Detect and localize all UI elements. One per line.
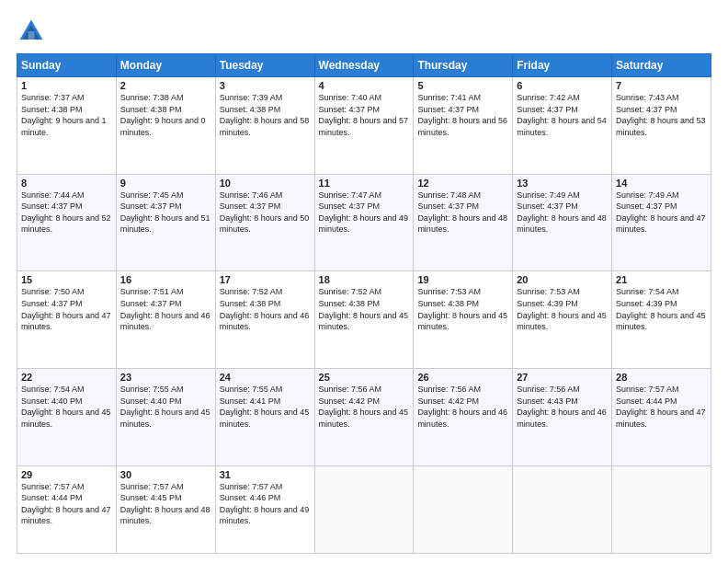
day-info: Sunrise: 7:57 AMSunset: 4:46 PMDaylight:… (220, 481, 311, 527)
day-number: 21 (616, 274, 707, 285)
calendar-cell (414, 465, 513, 553)
calendar-header-wednesday: Wednesday (314, 54, 414, 77)
day-info: Sunrise: 7:57 AMSunset: 4:45 PMDaylight:… (120, 481, 211, 527)
day-info: Sunrise: 7:54 AMSunset: 4:39 PMDaylight:… (616, 286, 707, 332)
calendar-cell: 11Sunrise: 7:47 AMSunset: 4:37 PMDayligh… (314, 174, 414, 271)
calendar-header-saturday: Saturday (612, 54, 711, 77)
calendar-header-tuesday: Tuesday (215, 54, 314, 77)
calendar-header-sunday: Sunday (17, 54, 117, 77)
calendar-cell: 9Sunrise: 7:45 AMSunset: 4:37 PMDaylight… (116, 174, 215, 271)
calendar-cell: 4Sunrise: 7:40 AMSunset: 4:37 PMDaylight… (314, 77, 414, 175)
svg-rect-2 (28, 31, 34, 40)
calendar-cell: 1Sunrise: 7:37 AMSunset: 4:38 PMDaylight… (17, 77, 117, 175)
day-info: Sunrise: 7:43 AMSunset: 4:37 PMDaylight:… (616, 92, 707, 138)
day-number: 2 (120, 80, 211, 91)
calendar-week-1: 1Sunrise: 7:37 AMSunset: 4:38 PMDaylight… (17, 77, 711, 175)
calendar-cell: 17Sunrise: 7:52 AMSunset: 4:38 PMDayligh… (215, 271, 314, 369)
day-info: Sunrise: 7:46 AMSunset: 4:37 PMDaylight:… (220, 190, 311, 236)
calendar-cell: 2Sunrise: 7:38 AMSunset: 4:38 PMDaylight… (116, 77, 215, 175)
calendar-cell: 21Sunrise: 7:54 AMSunset: 4:39 PMDayligh… (612, 271, 711, 369)
day-number: 19 (417, 274, 508, 285)
day-number: 7 (616, 80, 707, 91)
day-number: 31 (220, 469, 311, 480)
calendar-cell: 12Sunrise: 7:48 AMSunset: 4:37 PMDayligh… (414, 174, 513, 271)
day-info: Sunrise: 7:49 AMSunset: 4:37 PMDaylight:… (616, 190, 707, 236)
day-number: 15 (21, 274, 112, 285)
day-number: 6 (517, 80, 608, 91)
calendar-cell: 7Sunrise: 7:43 AMSunset: 4:37 PMDaylight… (612, 77, 711, 175)
day-number: 4 (319, 80, 410, 91)
calendar-cell: 19Sunrise: 7:53 AMSunset: 4:38 PMDayligh… (414, 271, 513, 369)
calendar-page: SundayMondayTuesdayWednesdayThursdayFrid… (0, 0, 728, 563)
calendar-cell: 24Sunrise: 7:55 AMSunset: 4:41 PMDayligh… (215, 368, 314, 465)
calendar-cell: 15Sunrise: 7:50 AMSunset: 4:37 PMDayligh… (17, 271, 117, 369)
calendar-cell: 30Sunrise: 7:57 AMSunset: 4:45 PMDayligh… (116, 465, 215, 553)
day-info: Sunrise: 7:47 AMSunset: 4:37 PMDaylight:… (319, 190, 410, 236)
day-number: 27 (517, 372, 608, 383)
day-info: Sunrise: 7:55 AMSunset: 4:41 PMDaylight:… (220, 384, 311, 430)
calendar-cell: 13Sunrise: 7:49 AMSunset: 4:37 PMDayligh… (513, 174, 612, 271)
calendar-week-4: 22Sunrise: 7:54 AMSunset: 4:40 PMDayligh… (17, 368, 711, 465)
day-number: 26 (417, 372, 508, 383)
day-info: Sunrise: 7:56 AMSunset: 4:42 PMDaylight:… (319, 384, 410, 430)
calendar-cell: 6Sunrise: 7:42 AMSunset: 4:37 PMDaylight… (513, 77, 612, 175)
calendar-table: SundayMondayTuesdayWednesdayThursdayFrid… (17, 53, 711, 554)
calendar-cell: 16Sunrise: 7:51 AMSunset: 4:37 PMDayligh… (116, 271, 215, 369)
calendar-cell: 31Sunrise: 7:57 AMSunset: 4:46 PMDayligh… (215, 465, 314, 553)
day-number: 18 (319, 274, 410, 285)
calendar-week-2: 8Sunrise: 7:44 AMSunset: 4:37 PMDaylight… (17, 174, 711, 271)
calendar-cell: 29Sunrise: 7:57 AMSunset: 4:44 PMDayligh… (17, 465, 117, 553)
calendar-cell: 23Sunrise: 7:55 AMSunset: 4:40 PMDayligh… (116, 368, 215, 465)
day-info: Sunrise: 7:57 AMSunset: 4:44 PMDaylight:… (616, 384, 707, 430)
day-number: 8 (21, 178, 112, 189)
day-info: Sunrise: 7:50 AMSunset: 4:37 PMDaylight:… (21, 286, 112, 332)
calendar-cell: 18Sunrise: 7:52 AMSunset: 4:38 PMDayligh… (314, 271, 414, 369)
day-number: 12 (417, 178, 508, 189)
day-info: Sunrise: 7:39 AMSunset: 4:38 PMDaylight:… (220, 92, 311, 138)
day-info: Sunrise: 7:54 AMSunset: 4:40 PMDaylight:… (21, 384, 112, 430)
day-info: Sunrise: 7:52 AMSunset: 4:38 PMDaylight:… (319, 286, 410, 332)
calendar-cell (314, 465, 414, 553)
day-number: 24 (220, 372, 311, 383)
day-info: Sunrise: 7:42 AMSunset: 4:37 PMDaylight:… (517, 92, 608, 138)
day-info: Sunrise: 7:40 AMSunset: 4:37 PMDaylight:… (319, 92, 410, 138)
day-number: 11 (319, 178, 410, 189)
day-info: Sunrise: 7:56 AMSunset: 4:42 PMDaylight:… (417, 384, 508, 430)
day-number: 22 (21, 372, 112, 383)
calendar-cell: 3Sunrise: 7:39 AMSunset: 4:38 PMDaylight… (215, 77, 314, 175)
calendar-week-5: 29Sunrise: 7:57 AMSunset: 4:44 PMDayligh… (17, 465, 711, 553)
calendar-cell (612, 465, 711, 553)
calendar-header-thursday: Thursday (414, 54, 513, 77)
calendar-header-friday: Friday (513, 54, 612, 77)
day-number: 9 (120, 178, 211, 189)
day-info: Sunrise: 7:52 AMSunset: 4:38 PMDaylight:… (220, 286, 311, 332)
day-number: 16 (120, 274, 211, 285)
day-number: 17 (220, 274, 311, 285)
calendar-cell: 10Sunrise: 7:46 AMSunset: 4:37 PMDayligh… (215, 174, 314, 271)
day-number: 20 (517, 274, 608, 285)
day-info: Sunrise: 7:57 AMSunset: 4:44 PMDaylight:… (21, 481, 112, 527)
calendar-cell: 5Sunrise: 7:41 AMSunset: 4:37 PMDaylight… (414, 77, 513, 175)
calendar-header-monday: Monday (116, 54, 215, 77)
day-number: 1 (21, 80, 112, 91)
calendar-cell: 26Sunrise: 7:56 AMSunset: 4:42 PMDayligh… (414, 368, 513, 465)
calendar-cell: 14Sunrise: 7:49 AMSunset: 4:37 PMDayligh… (612, 174, 711, 271)
calendar-cell: 27Sunrise: 7:56 AMSunset: 4:43 PMDayligh… (513, 368, 612, 465)
calendar-week-3: 15Sunrise: 7:50 AMSunset: 4:37 PMDayligh… (17, 271, 711, 369)
day-number: 3 (220, 80, 311, 91)
day-info: Sunrise: 7:48 AMSunset: 4:37 PMDaylight:… (417, 190, 508, 236)
day-info: Sunrise: 7:37 AMSunset: 4:38 PMDaylight:… (21, 92, 112, 138)
day-info: Sunrise: 7:38 AMSunset: 4:38 PMDaylight:… (120, 92, 211, 138)
calendar-cell: 25Sunrise: 7:56 AMSunset: 4:42 PMDayligh… (314, 368, 414, 465)
day-info: Sunrise: 7:55 AMSunset: 4:40 PMDaylight:… (120, 384, 211, 430)
calendar-cell: 8Sunrise: 7:44 AMSunset: 4:37 PMDaylight… (17, 174, 117, 271)
day-number: 28 (616, 372, 707, 383)
logo-icon (17, 17, 46, 46)
day-number: 23 (120, 372, 211, 383)
header (17, 17, 711, 46)
day-number: 25 (319, 372, 410, 383)
day-info: Sunrise: 7:51 AMSunset: 4:37 PMDaylight:… (120, 286, 211, 332)
day-number: 10 (220, 178, 311, 189)
day-number: 29 (21, 469, 112, 480)
day-info: Sunrise: 7:44 AMSunset: 4:37 PMDaylight:… (21, 190, 112, 236)
